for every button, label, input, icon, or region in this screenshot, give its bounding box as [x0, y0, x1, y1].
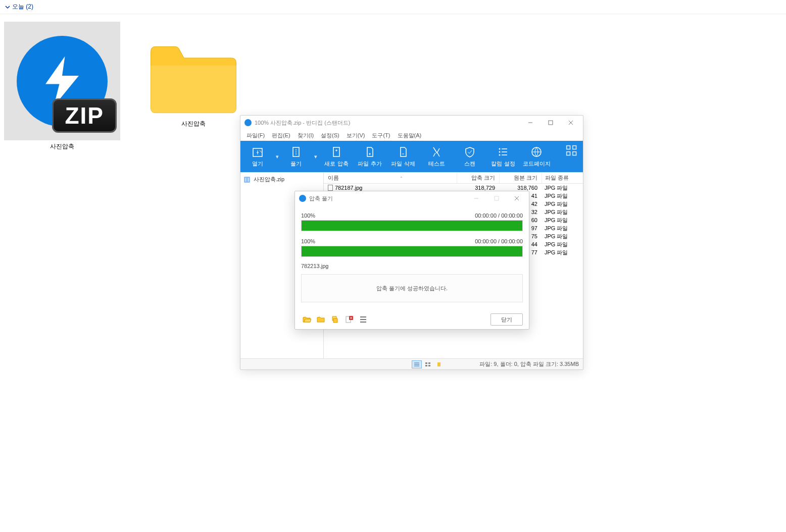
close-folder-button[interactable]: [343, 314, 355, 325]
view-details-button[interactable]: [412, 360, 422, 368]
globe-icon: [530, 146, 543, 158]
tool-label: 테스트: [428, 160, 445, 168]
menubar: 파일(F) 편집(E) 찾기(I) 설정(S) 보기(V) 도구(T) 도움말(…: [240, 130, 583, 141]
customize-toolbar-icon[interactable]: [566, 145, 578, 159]
col-header-original[interactable]: 원본 크기: [499, 173, 542, 183]
svg-point-8: [499, 151, 501, 152]
svg-rect-6: [333, 147, 339, 156]
dialog-title: 압축 풀기: [309, 195, 466, 202]
tool-scan[interactable]: 스캔: [454, 142, 486, 171]
explorer-item-label: 사진압축: [50, 142, 74, 151]
svg-rect-20: [437, 362, 440, 366]
close-button[interactable]: [507, 192, 527, 205]
open-folder-button[interactable]: [301, 314, 312, 325]
menu-edit[interactable]: 편집(E): [272, 132, 290, 139]
dialog-close-button[interactable]: 닫기: [490, 313, 523, 326]
svg-rect-14: [573, 152, 576, 155]
tool-label: 스캔: [464, 160, 475, 168]
status-text: 파일: 9, 폴더: 0, 압축 파일 크기: 3.35MB: [479, 360, 579, 368]
progress2-percent: 100%: [301, 238, 315, 244]
window-title: 100% 사진압축.zip - 반디집 (스탠더드): [255, 119, 520, 127]
svg-rect-19: [428, 365, 430, 366]
maximize-button: [486, 192, 507, 205]
dialog-body: 100% 00:00:00 / 00:00:00 100% 00:00:00 /…: [295, 205, 529, 310]
menu-tools[interactable]: 도구(T): [372, 132, 390, 139]
archive-icon: [243, 176, 251, 183]
svg-point-3: [296, 149, 297, 150]
explorer-item-label: 사진압축: [181, 120, 206, 128]
col-header-compressed[interactable]: 압축 크기: [457, 173, 499, 183]
svg-point-5: [296, 153, 297, 154]
dialog-titlebar[interactable]: 압축 풀기: [295, 191, 529, 205]
zip-thumbnail: ZIP: [4, 22, 120, 140]
explorer-group-label: 오늘 (2): [12, 3, 33, 11]
extract-icon: [290, 146, 302, 158]
tool-label: 새로 압축: [324, 160, 348, 168]
svg-rect-12: [573, 146, 576, 149]
tree-root[interactable]: 사진압축.zip: [242, 175, 321, 184]
progress-bar-1: [301, 220, 523, 231]
tool-label: 풀기: [290, 160, 302, 168]
chevron-down-icon[interactable]: ▾: [312, 153, 319, 160]
menu-file[interactable]: 파일(F): [247, 132, 265, 139]
menu-help[interactable]: 도움말(A): [398, 132, 422, 139]
explorer-item-zip[interactable]: ZIP 사진압축: [4, 22, 120, 151]
tool-label: 칼럼 설정: [491, 160, 515, 168]
app-icon: [244, 119, 252, 126]
tool-new-archive[interactable]: 새로 압축: [320, 142, 353, 171]
progress-bar-2: [301, 246, 523, 257]
view-list-button[interactable]: [423, 360, 433, 368]
tool-label: 파일 추가: [358, 160, 381, 168]
tool-test[interactable]: 테스트: [420, 142, 453, 171]
svg-rect-21: [495, 196, 499, 200]
dialog-footer: 닫기: [295, 310, 529, 329]
app-icon: [299, 195, 306, 202]
tool-add-file[interactable]: 파일 추가: [354, 142, 386, 171]
menu-settings[interactable]: 설정(S): [321, 132, 339, 139]
close-button[interactable]: [561, 116, 581, 129]
svg-rect-0: [549, 121, 553, 125]
log-list-button[interactable]: [358, 314, 369, 325]
result-message: 압축 풀기에 성공하였습니다.: [301, 274, 523, 302]
tree-root-label: 사진압축.zip: [254, 176, 284, 183]
extract-dialog: 압축 풀기 100% 00:00:00 / 00:00:00 100% 00:0…: [294, 191, 529, 330]
delete-file-icon: [397, 146, 409, 158]
copy-folder-button[interactable]: [329, 314, 340, 325]
progress1-percent: 100%: [301, 212, 315, 219]
file-icon: [328, 185, 333, 191]
svg-rect-16: [425, 362, 427, 364]
tool-label: 열기: [252, 160, 263, 168]
chevron-down-icon: [5, 5, 10, 10]
tool-label: 코드페이지: [523, 160, 551, 168]
svg-point-4: [296, 151, 297, 152]
progress1-time: 00:00:00 / 00:00:00: [475, 212, 523, 219]
test-icon: [430, 146, 443, 158]
tool-label: 파일 삭제: [391, 160, 415, 168]
col-header-name[interactable]: 이름⌃: [324, 174, 457, 182]
tool-extract[interactable]: 풀기 ▾: [282, 142, 319, 171]
tool-delete-file[interactable]: 파일 삭제: [387, 142, 419, 171]
menu-find[interactable]: 찾기(I): [298, 132, 314, 139]
minimize-button[interactable]: [466, 192, 486, 205]
svg-point-9: [499, 154, 501, 155]
add-file-icon: [364, 146, 376, 158]
menu-view[interactable]: 보기(V): [347, 132, 365, 139]
tool-open[interactable]: 열기 ▾: [243, 142, 281, 171]
svg-point-7: [499, 148, 501, 149]
col-header-type[interactable]: 파일 종류: [542, 173, 583, 183]
explorer-group-header[interactable]: 오늘 (2): [0, 0, 786, 14]
tool-column-settings[interactable]: 칼럼 설정: [487, 142, 519, 171]
toolbar: 열기 ▾ 풀기 ▾ 새로 압축 파일 추가 파일 삭제 테스트: [240, 141, 583, 172]
statusbar: 파일: 9, 폴더: 0, 압축 파일 크기: 3.35MB: [240, 358, 583, 369]
open-folder-alt-button[interactable]: [315, 314, 326, 325]
explorer-item-folder[interactable]: 사진압축: [135, 22, 252, 151]
maximize-button[interactable]: [541, 116, 561, 129]
progress2-time: 00:00:00 / 00:00:00: [475, 238, 523, 244]
chevron-down-icon[interactable]: ▾: [274, 153, 281, 160]
tool-codepage[interactable]: 코드페이지: [520, 142, 553, 171]
scan-shield-icon: [464, 146, 476, 158]
minimize-button[interactable]: [520, 116, 541, 129]
svg-rect-13: [567, 152, 570, 155]
titlebar[interactable]: 100% 사진압축.zip - 반디집 (스탠더드): [240, 116, 583, 130]
view-icons-button[interactable]: [434, 360, 444, 368]
